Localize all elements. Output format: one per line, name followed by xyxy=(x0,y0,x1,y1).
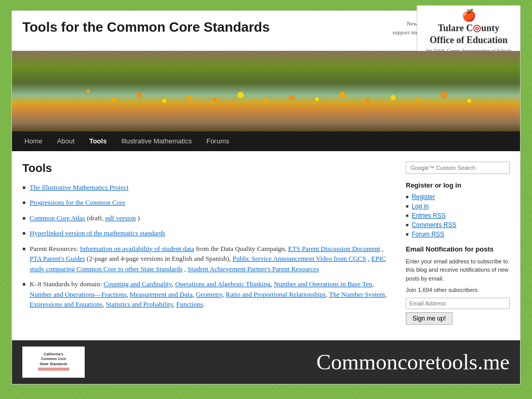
site-title: Tools for the Common Core Standards xyxy=(22,19,390,35)
link-psa-video[interactable]: Public Service Announcement Video from C… xyxy=(233,255,366,262)
list-item: ■ Register xyxy=(406,193,510,201)
bullet-icon: ■ xyxy=(406,232,408,237)
link-forum-rss[interactable]: Forum RSS xyxy=(411,231,444,238)
content-area: Tools ■ The Illustrative Mathematics Pro… xyxy=(12,151,520,335)
list-item: ■ Hyperlinked version of the mathematics… xyxy=(22,228,395,238)
list-item: ■ Common Core Atlas (draft, pdf version … xyxy=(22,213,395,223)
link-register[interactable]: Register xyxy=(411,193,435,201)
bottom-bar: California'sCommon CoreState Standards C… xyxy=(12,340,520,384)
tcoe-logo: 🍎 Tulare C◎untyOffice of Education Jim V… xyxy=(417,5,521,57)
list-item: ■ Entries RSS xyxy=(406,212,510,219)
signup-button[interactable]: Sign me up! xyxy=(406,312,453,325)
bullet-icon: ■ xyxy=(406,194,408,200)
link-atlas-pdf[interactable]: pdf version xyxy=(105,214,136,222)
link-operations-algebraic[interactable]: Operations and Algebraic Thinking xyxy=(175,280,271,288)
hero-flowers xyxy=(12,51,520,131)
tools-list: ■ The Illustrative Mathematics Project ■… xyxy=(22,182,395,310)
list-item: ■ Comments RSS xyxy=(406,221,510,229)
link-functions[interactable]: Functions xyxy=(176,300,203,308)
list-item: ■ Parent Resources: Information on avail… xyxy=(22,244,395,274)
hero-image xyxy=(12,51,520,131)
slide-wrapper: 🍎 Tulare C◎untyOffice of Education Jim V… xyxy=(11,10,521,384)
bullet-icon: ■ xyxy=(22,183,25,191)
bullet-icon: ■ xyxy=(22,198,25,206)
tcoe-title: Tulare C◎untyOffice of Education xyxy=(420,22,517,47)
link-login[interactable]: Log in xyxy=(411,203,429,210)
link-illustrative-math[interactable]: The Illustrative Mathematics Project xyxy=(30,183,128,191)
bullet-icon: ■ xyxy=(22,280,25,288)
list-item: ■ The Illustrative Mathematics Project xyxy=(22,182,395,193)
link-atlas[interactable]: Common Core Atlas xyxy=(30,214,85,222)
bullet-icon: ■ xyxy=(22,229,25,237)
nav-tools[interactable]: Tools xyxy=(82,133,114,149)
link-number-system[interactable]: The Number System xyxy=(329,290,385,298)
link-expressions[interactable]: Expressions and Equations xyxy=(30,300,102,308)
apple-icon: 🍎 xyxy=(420,9,517,22)
search-input[interactable] xyxy=(406,162,510,174)
tools-heading: Tools xyxy=(22,162,395,175)
main-card: Tools for the Common Core Standards News… xyxy=(11,10,521,384)
bottom-site-name: Commoncoretools.me xyxy=(316,350,510,375)
nav-about[interactable]: About xyxy=(50,133,82,149)
bullet-icon: ■ xyxy=(406,222,408,228)
link-ets[interactable]: ETS Parent Discussion Document xyxy=(288,245,380,252)
link-entries-rss[interactable]: Entries RSS xyxy=(411,212,445,219)
link-pta[interactable]: PTA Parent's Guides xyxy=(30,255,85,262)
bullet-icon: ■ xyxy=(22,214,25,222)
register-links: ■ Register ■ Log in ■ Entries RSS ■ Comm… xyxy=(406,193,510,238)
domain-standards-text: K–8 Standards by domain: Counting and Ca… xyxy=(30,279,395,310)
bottom-logo: California'sCommon CoreState Standards xyxy=(22,347,85,378)
link-number-base-ten[interactable]: Number and Operations in Base Ten xyxy=(274,280,372,288)
link-geometry[interactable]: Geometry xyxy=(196,290,222,298)
nav-forums[interactable]: Forums xyxy=(199,133,236,149)
email-description: Enter your email address to subscribe to… xyxy=(406,257,510,283)
link-ratio[interactable]: Ratio and Proportional Relationships xyxy=(226,290,326,298)
bullet-icon: ■ xyxy=(406,204,408,209)
list-item: ■ Progressions for the Common Core xyxy=(22,197,395,208)
nav-home[interactable]: Home xyxy=(17,133,50,149)
link-counting[interactable]: Counting and Cardinality xyxy=(103,280,171,288)
bottom-logo-text: California'sCommon CoreState Standards xyxy=(38,352,69,366)
email-address-input[interactable] xyxy=(406,298,510,309)
logo-lines xyxy=(38,368,69,371)
atlas-close-paren: ) xyxy=(138,214,140,222)
bullet-icon: ■ xyxy=(406,213,408,218)
link-hyperlinked[interactable]: Hyperlinked version of the mathematics s… xyxy=(30,229,165,237)
sidebar: Register or log in ■ Register ■ Log in ■… xyxy=(406,162,510,325)
nav-bar: Home About Tools Illustrative Mathematic… xyxy=(12,131,520,151)
list-item: ■ Forum RSS xyxy=(406,231,510,238)
nav-illustrative[interactable]: Illustrative Mathematics xyxy=(114,133,199,149)
bullet-icon: ■ xyxy=(22,245,25,252)
link-statistics[interactable]: Statistics and Probability xyxy=(106,300,173,308)
register-section-title: Register or log in xyxy=(406,181,510,189)
link-progressions[interactable]: Progressions for the Common Core xyxy=(30,198,125,206)
email-section: Email Notification for posts Enter your … xyxy=(406,245,510,325)
link-measurement[interactable]: Measurement and Data xyxy=(130,290,193,298)
email-join-text: Join 1,694 other subscribers xyxy=(406,286,510,295)
link-student-data[interactable]: Information on availability of student d… xyxy=(80,245,194,252)
main-column: Tools ■ The Illustrative Mathematics Pro… xyxy=(22,162,395,325)
list-item: ■ Log in xyxy=(406,203,510,210)
parent-resources-text: Parent Resources: Information on availab… xyxy=(30,244,395,274)
link-comments-rss[interactable]: Comments RSS xyxy=(411,221,456,229)
list-item: ■ K–8 Standards by domain: Counting and … xyxy=(22,279,395,310)
link-student-achievement[interactable]: Student Achievement Partner's Parent Res… xyxy=(188,265,319,273)
atlas-draft-text: (draft, xyxy=(87,214,105,222)
link-number-fractions[interactable]: Number and Operations—Fractions xyxy=(30,290,126,298)
email-section-title: Email Notification for posts xyxy=(406,245,510,253)
